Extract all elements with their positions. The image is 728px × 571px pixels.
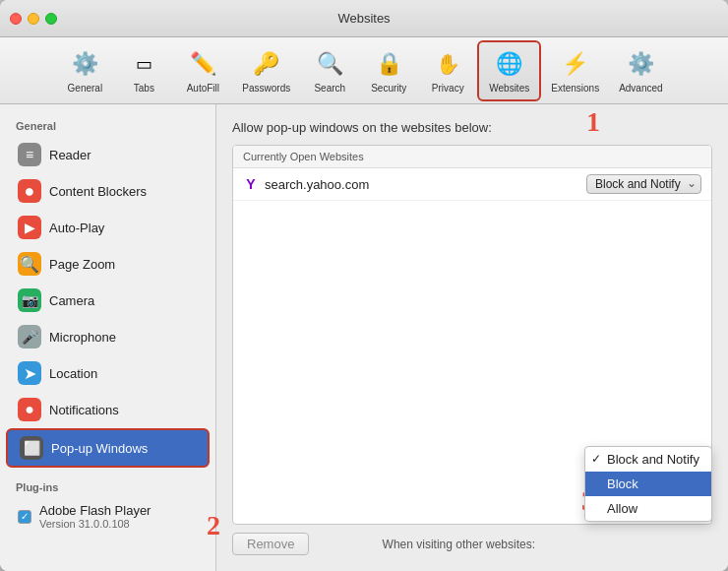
sidebar-item-popup-windows[interactable]: ⬜ Pop-up Windows	[6, 428, 210, 468]
site-policy: Block and Notify Block Allow	[586, 174, 701, 194]
maximize-button[interactable]	[45, 13, 57, 25]
toolbar-general[interactable]: ⚙️ General	[55, 42, 114, 99]
flash-text: Adobe Flash Player Version 31.0.0.108	[39, 503, 151, 530]
sidebar-camera-label: Camera	[49, 293, 94, 308]
sidebar-content-blockers-label: Content Blockers	[49, 184, 147, 199]
popup-icon: ⬜	[20, 436, 43, 460]
site-name: search.yahoo.com	[265, 177, 586, 192]
sidebar-item-auto-play[interactable]: ▶ Auto-Play	[6, 210, 210, 245]
sidebar-microphone-label: Microphone	[49, 330, 116, 345]
toolbar-extensions[interactable]: ⚡ Extensions	[541, 42, 609, 99]
toolbar-autofill[interactable]: ✏️ AutoFill	[173, 42, 232, 99]
main-content: General ≡ Reader ● Content Blockers ▶ Au…	[0, 104, 728, 571]
flash-checkbox[interactable]: ✓	[18, 510, 31, 524]
toolbar-tabs[interactable]: ▭ Tabs	[114, 42, 173, 99]
microphone-icon: 🎤	[18, 325, 41, 349]
dropdown-menu: Block and Notify Block Allow	[584, 446, 712, 522]
sidebar-popup-label: Pop-up Windows	[51, 441, 148, 456]
sidebar-autoplay-label: Auto-Play	[49, 221, 104, 235]
reader-icon: ≡	[18, 143, 41, 166]
remove-button[interactable]: Remove	[232, 533, 309, 555]
toolbar-security-label: Security	[371, 83, 406, 94]
toolbar-websites[interactable]: 🌐 Websites	[477, 40, 541, 101]
toolbar-general-label: General	[68, 83, 103, 94]
plugins-section: Plug-ins ✓ Adobe Flash Player Version 31…	[0, 476, 215, 535]
camera-icon: 📷	[18, 288, 41, 312]
toolbar: ⚙️ General ▭ Tabs ✏️ AutoFill 🔑 Password…	[0, 37, 728, 104]
extensions-icon: ⚡	[560, 48, 591, 80]
toolbar-search[interactable]: 🔍 Search	[300, 42, 359, 99]
content-blockers-icon: ●	[18, 179, 41, 203]
minimize-button[interactable]	[28, 13, 39, 25]
advanced-icon: ⚙️	[625, 48, 656, 80]
dropdown-block-notify-label: Block and Notify	[607, 452, 699, 467]
panel-title: Allow pop-up windows on the websites bel…	[232, 120, 712, 135]
policy-select-wrapper: Block and Notify Block Allow	[586, 174, 701, 194]
dropdown-item-allow[interactable]: Allow	[585, 496, 711, 521]
tabs-icon: ▭	[128, 48, 159, 80]
sidebar-page-zoom-label: Page Zoom	[49, 257, 115, 272]
toolbar-security[interactable]: 🔒 Security	[359, 42, 418, 99]
plugins-section-label: Plug-ins	[0, 476, 215, 497]
safari-preferences-window: Websites ⚙️ General ▭ Tabs ✏️ AutoFill 🔑…	[0, 0, 728, 571]
table-header: Currently Open Websites	[233, 146, 711, 168]
toolbar-advanced-label: Advanced	[619, 83, 662, 94]
window-title: Websites	[337, 11, 390, 26]
right-panel: Allow pop-up windows on the websites bel…	[216, 104, 728, 571]
sidebar-item-location[interactable]: ➤ Location	[6, 355, 210, 391]
sidebar-location-label: Location	[49, 366, 97, 381]
security-icon: 🔒	[373, 48, 404, 80]
notifications-icon: ●	[18, 398, 41, 421]
websites-icon: 🌐	[494, 48, 525, 80]
bottom-bar: Remove When visiting other websites:	[232, 525, 712, 555]
sidebar-item-page-zoom[interactable]: 🔍 Page Zoom	[6, 246, 210, 282]
dropdown-block-label: Block	[607, 476, 638, 491]
title-bar: Websites	[0, 0, 728, 37]
dropdown-item-block-notify[interactable]: Block and Notify	[585, 447, 711, 472]
toolbar-passwords[interactable]: 🔑 Passwords	[232, 42, 300, 99]
traffic-lights	[10, 13, 57, 25]
site-favicon: Y	[243, 176, 259, 192]
sidebar-item-microphone[interactable]: 🎤 Microphone	[6, 319, 210, 354]
other-websites-label: When visiting other websites:	[383, 538, 535, 551]
sidebar-item-camera[interactable]: 📷 Camera	[6, 283, 210, 318]
toolbar-advanced[interactable]: ⚙️ Advanced	[609, 42, 672, 99]
sidebar: General ≡ Reader ● Content Blockers ▶ Au…	[0, 104, 216, 571]
sidebar-item-reader[interactable]: ≡ Reader	[6, 137, 210, 172]
passwords-icon: 🔑	[251, 48, 282, 80]
toolbar-privacy-label: Privacy	[432, 83, 464, 94]
dropdown-allow-label: Allow	[607, 501, 637, 516]
toolbar-extensions-label: Extensions	[551, 83, 599, 94]
flash-version: Version 31.0.0.108	[39, 518, 151, 530]
location-icon: ➤	[18, 361, 41, 385]
autofill-icon: ✏️	[187, 48, 218, 80]
autoplay-icon: ▶	[18, 216, 41, 239]
general-section-label: General	[0, 114, 215, 136]
page-zoom-icon: 🔍	[18, 252, 41, 276]
sidebar-reader-label: Reader	[49, 148, 91, 162]
dropdown-item-block[interactable]: Block	[585, 472, 711, 496]
toolbar-websites-label: Websites	[489, 83, 529, 94]
privacy-icon: ✋	[432, 48, 463, 80]
close-button[interactable]	[10, 13, 22, 25]
toolbar-autofill-label: AutoFill	[187, 83, 219, 94]
search-icon: 🔍	[314, 48, 345, 80]
toolbar-tabs-label: Tabs	[134, 83, 154, 94]
toolbar-search-label: Search	[314, 83, 345, 94]
general-icon: ⚙️	[69, 48, 100, 80]
sidebar-notifications-label: Notifications	[49, 403, 119, 417]
toolbar-passwords-label: Passwords	[242, 83, 290, 94]
policy-select[interactable]: Block and Notify Block Allow	[586, 174, 701, 194]
flash-name: Adobe Flash Player	[39, 503, 151, 518]
table-row[interactable]: Y search.yahoo.com Block and Notify Bloc…	[233, 168, 711, 201]
flash-plugin-item: ✓ Adobe Flash Player Version 31.0.0.108	[6, 498, 210, 535]
toolbar-privacy[interactable]: ✋ Privacy	[418, 42, 477, 99]
sidebar-item-notifications[interactable]: ● Notifications	[6, 392, 210, 427]
sidebar-item-content-blockers[interactable]: ● Content Blockers	[6, 173, 210, 209]
